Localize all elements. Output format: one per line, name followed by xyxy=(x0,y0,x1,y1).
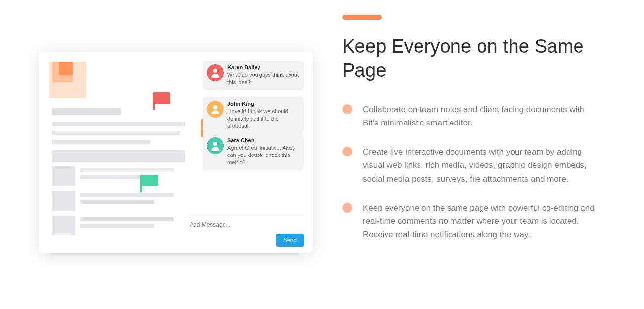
feature-bullet: Keep everyone on the same page with powe… xyxy=(342,201,598,242)
feature-bullet: Create live interactive documents with y… xyxy=(342,145,598,185)
section-heading: Keep Everyone on the Same Page xyxy=(342,34,598,83)
svg-point-2 xyxy=(213,142,217,146)
comment-text: What do you guys think about this idea? xyxy=(227,71,299,86)
avatar xyxy=(207,137,224,154)
doc-logo-placeholder xyxy=(49,62,86,98)
send-button[interactable]: Send xyxy=(276,234,304,247)
comment-flag-teal xyxy=(140,175,158,186)
message-input-row xyxy=(190,216,304,229)
message-input[interactable] xyxy=(190,221,304,228)
bullet-dot-icon xyxy=(342,203,352,213)
editor-preview-card: Karen Bailey What do you guys think abou… xyxy=(39,52,313,253)
comment-bubble: Sara Chen Agree! Great initiative. Also,… xyxy=(203,133,304,170)
avatar xyxy=(207,101,224,118)
comment-author: Sara Chen xyxy=(227,137,299,143)
bullet-text: Keep everyone on the same page with powe… xyxy=(363,201,598,242)
comment-author: John King xyxy=(227,101,299,107)
avatar xyxy=(207,64,224,81)
bullet-dot-icon xyxy=(342,104,352,114)
comment-bubble: John King I love it! I think we should d… xyxy=(203,97,304,134)
comment-text: Agree! Great initiative. Also, can you d… xyxy=(227,144,299,166)
svg-point-0 xyxy=(213,69,217,73)
comment-text: I love it! I think we should definitely … xyxy=(227,108,299,130)
svg-point-1 xyxy=(213,105,217,109)
feature-text-column: Keep Everyone on the Same Page Collabora… xyxy=(342,10,598,257)
bullet-text: Collaborate on team notes and client fac… xyxy=(363,103,598,129)
comment-flag-red xyxy=(153,92,170,104)
feature-bullet: Collaborate on team notes and client fac… xyxy=(342,103,598,129)
doc-body-placeholder xyxy=(52,108,190,240)
bullet-text: Create live interactive documents with y… xyxy=(363,145,598,185)
bullet-dot-icon xyxy=(342,147,352,156)
accent-bar xyxy=(342,15,382,20)
comment-author: Karen Bailey xyxy=(227,64,299,70)
comment-bubble: Karen Bailey What do you guys think abou… xyxy=(203,61,304,90)
